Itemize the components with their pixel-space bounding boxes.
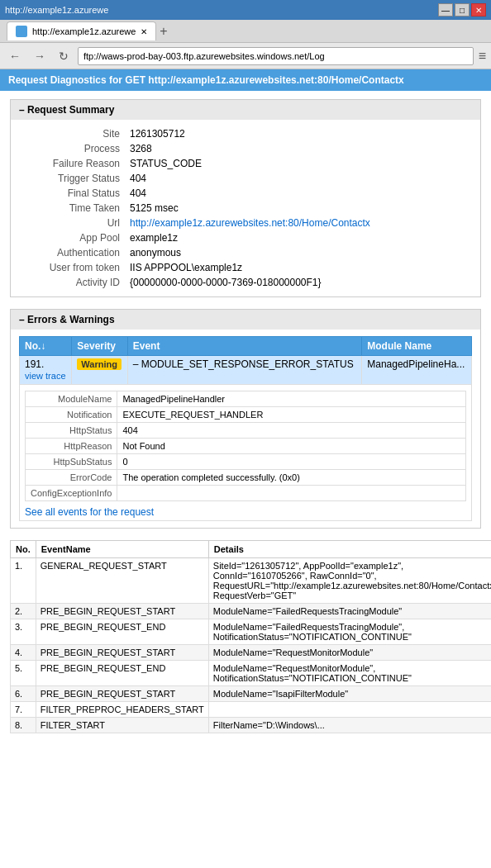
event-row: 3.PRE_BEGIN_REQUEST_ENDModuleName="Faile… xyxy=(11,619,492,645)
address-bar[interactable] xyxy=(78,47,474,65)
new-tab-button[interactable]: + xyxy=(156,24,170,39)
error-detail-cell: ModuleName ManagedPipelineHandler Notifi… xyxy=(20,385,472,521)
request-summary-header: – Request Summary xyxy=(11,100,480,120)
field-label: Process xyxy=(19,141,126,156)
table-row: Time Taken 5125 msec xyxy=(19,201,472,216)
event-row: 7.FILTER_PREPROC_HEADERS_START21:05:24.7… xyxy=(11,702,492,718)
detail-row: ErrorCode The operation completed succes… xyxy=(26,470,466,486)
detail-row: HttpReason Not Found xyxy=(26,439,466,454)
active-tab[interactable]: http://example1z.azurewe ✕ xyxy=(7,21,156,40)
field-label: Trigger Status xyxy=(19,171,126,186)
error-detail-row: ModuleName ManagedPipelineHandler Notifi… xyxy=(20,385,472,521)
detail-label: ConfigExceptionInfo xyxy=(26,486,117,501)
error-row-191[interactable]: 191. view trace Warning – MODULE_SET_RES… xyxy=(20,356,472,385)
field-label: Site xyxy=(19,126,126,141)
events-col-eventname: EventName xyxy=(36,541,208,558)
col-module: Module Name xyxy=(362,337,472,356)
detail-row: HttpStatus 404 xyxy=(26,423,466,439)
detail-label: ErrorCode xyxy=(26,470,117,486)
event-details: ModuleName="FailedRequestsTracingModule" xyxy=(208,604,491,619)
errors-warnings-title: – Errors & Warnings xyxy=(19,314,115,325)
field-value: anonymous xyxy=(126,245,472,260)
back-button[interactable]: ← xyxy=(5,48,25,64)
field-value: 5125 msec xyxy=(126,201,472,216)
field-value: example1z xyxy=(126,230,472,245)
warning-badge: Warning xyxy=(77,358,122,370)
event-no: 3. xyxy=(11,619,36,645)
event-row: 4.PRE_BEGIN_REQUEST_STARTModuleName="Req… xyxy=(11,645,492,661)
detail-label: HttpReason xyxy=(26,439,117,454)
field-value: 404 xyxy=(126,186,472,201)
close-button[interactable]: ✕ xyxy=(471,3,486,17)
request-summary-title: – Request Summary xyxy=(19,104,114,116)
field-label: User from token xyxy=(19,260,126,275)
row-no: 191. view trace xyxy=(20,356,72,385)
event-details: ModuleName="FailedRequestsTracingModule"… xyxy=(208,619,491,645)
col-no: No.↓ xyxy=(20,337,72,356)
event-details: ModuleName="IsapiFilterModule" xyxy=(208,686,491,702)
detail-value: EXECUTE_REQUEST_HANDLER xyxy=(117,407,466,423)
request-summary-table: Site 1261305712 Process 3268 Failure Rea… xyxy=(19,126,472,290)
table-row: Url http://example1z.azurewebsites.net:8… xyxy=(19,216,472,230)
browser-menu-button[interactable]: ≡ xyxy=(479,49,486,64)
errors-warnings-body: No.↓ Severity Event Module Name 191. vie… xyxy=(11,330,480,528)
event-name: PRE_BEGIN_REQUEST_START xyxy=(36,645,208,661)
row-module: ManagedPipelineHa... xyxy=(362,356,472,385)
field-value: STATUS_CODE xyxy=(126,156,472,171)
event-row: 6.PRE_BEGIN_REQUEST_STARTModuleName="Isa… xyxy=(11,686,492,702)
errors-warnings-table: No.↓ Severity Event Module Name 191. vie… xyxy=(19,336,472,521)
detail-label: HttpStatus xyxy=(26,423,117,439)
event-details xyxy=(208,702,491,718)
title-bar: http://example1z.azurewe — □ ✕ xyxy=(0,0,491,20)
request-summary-section: – Request Summary Site 1261305712 Proces… xyxy=(10,99,481,297)
view-trace-link[interactable]: view trace xyxy=(25,371,66,381)
event-no: 1. xyxy=(11,558,36,604)
event-no: 5. xyxy=(11,661,36,686)
request-summary-body: Site 1261305712 Process 3268 Failure Rea… xyxy=(11,120,480,296)
field-label: Time Taken xyxy=(19,201,126,216)
table-row: Trigger Status 404 xyxy=(19,171,472,186)
errors-warnings-header: – Errors & Warnings xyxy=(11,310,480,330)
minimize-button[interactable]: — xyxy=(438,3,453,17)
tab-close-button[interactable]: ✕ xyxy=(141,27,147,36)
event-no: 2. xyxy=(11,604,36,619)
maximize-button[interactable]: □ xyxy=(455,3,470,17)
field-label: Authentication xyxy=(19,245,126,260)
url-link[interactable]: http://example1z.azurewebsites.net:80/Ho… xyxy=(130,217,370,229)
detail-row: HttpSubStatus 0 xyxy=(26,454,466,470)
navigation-toolbar: ← → ↻ ≡ xyxy=(0,43,491,69)
reload-button[interactable]: ↻ xyxy=(55,48,73,64)
see-all-events-link[interactable]: See all events for the request xyxy=(25,506,154,518)
col-severity: Severity xyxy=(72,337,127,356)
field-label: Url xyxy=(19,216,126,230)
events-col-details: Details xyxy=(208,541,491,558)
event-name: FILTER_START xyxy=(36,718,208,733)
event-row: 5.PRE_BEGIN_REQUEST_ENDModuleName="Reque… xyxy=(11,661,492,686)
table-row: Authentication anonymous xyxy=(19,245,472,260)
detail-label: ModuleName xyxy=(26,391,117,407)
field-value: 3268 xyxy=(126,141,472,156)
event-no: 6. xyxy=(11,686,36,702)
content-area: – Request Summary Site 1261305712 Proces… xyxy=(0,91,491,742)
page-header: Request Diagnostics for GET http://examp… xyxy=(0,69,491,91)
detail-label: Notification xyxy=(26,407,117,423)
table-row: User from token IIS APPPOOL\example1z xyxy=(19,260,472,275)
field-value: http://example1z.azurewebsites.net:80/Ho… xyxy=(126,216,472,230)
event-name: PRE_BEGIN_REQUEST_START xyxy=(36,686,208,702)
detail-value: 0 xyxy=(117,454,466,470)
field-label: Activity ID xyxy=(19,275,126,290)
tab-bar: http://example1z.azurewe ✕ + xyxy=(0,20,491,43)
forward-button[interactable]: → xyxy=(30,48,50,64)
detail-value: 404 xyxy=(117,423,466,439)
field-value: {00000000-0000-0000-7369-018000000F1} xyxy=(126,275,472,290)
table-row: Failure Reason STATUS_CODE xyxy=(19,156,472,171)
row-number: 191. xyxy=(25,358,44,370)
row-event: – MODULE_SET_RESPONSE_ERROR_STATUS xyxy=(127,356,362,385)
detail-value: The operation completed successfully. (0… xyxy=(117,470,466,486)
event-details: FilterName="D:\Windows\... xyxy=(208,718,491,733)
events-table: No. EventName Details Time 1.GENERAL_REQ… xyxy=(10,540,491,733)
main-content: – Request Summary Site 1261305712 Proces… xyxy=(0,91,491,868)
event-row: 8.FILTER_STARTFilterName="D:\Windows\...… xyxy=(11,718,492,733)
col-event: Event xyxy=(127,337,362,356)
event-name: PRE_BEGIN_REQUEST_END xyxy=(36,661,208,686)
